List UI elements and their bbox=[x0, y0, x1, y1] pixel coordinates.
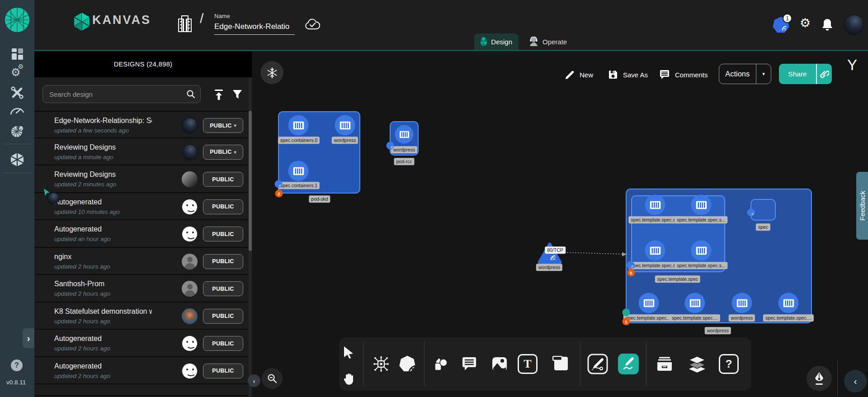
node-label: spec.containers.0 bbox=[278, 137, 320, 144]
drawer-tool[interactable] bbox=[656, 356, 674, 372]
components-chip-tool[interactable] bbox=[373, 356, 389, 372]
actions-label[interactable]: Actions bbox=[719, 64, 756, 84]
design-name-value[interactable]: Edge-Network-Relatio bbox=[214, 22, 295, 35]
design-name-field[interactable]: Name Edge-Network-Relatio bbox=[214, 13, 296, 35]
pen-nib-button[interactable] bbox=[807, 366, 832, 391]
shapes-tool[interactable] bbox=[431, 355, 448, 373]
container-node[interactable] bbox=[685, 293, 705, 313]
design-row[interactable]: Santhosh-Prom updated 2 hours ago PUBLIC bbox=[34, 275, 249, 302]
container-node[interactable] bbox=[778, 293, 799, 313]
design-row[interactable]: Edge-Network-Relationship: Service updat… bbox=[34, 111, 249, 138]
tab-design[interactable]: Design bbox=[474, 33, 519, 50]
sidebar-item-configuration[interactable] bbox=[0, 86, 34, 99]
save-as-button[interactable]: Save As bbox=[608, 65, 648, 85]
user-avatar[interactable] bbox=[844, 14, 864, 35]
container-node[interactable] bbox=[288, 115, 309, 136]
pan-hand-tool[interactable] bbox=[343, 373, 355, 385]
canvas-collapse-button[interactable]: ‹ bbox=[844, 370, 867, 392]
visibility-badge[interactable]: PUBLIC bbox=[203, 364, 243, 378]
container-node[interactable] bbox=[645, 195, 665, 215]
layer5-logo[interactable] bbox=[5, 8, 29, 32]
tab-operate[interactable]: Operate bbox=[523, 33, 580, 50]
comment-tool[interactable] bbox=[461, 356, 477, 372]
organization-icon[interactable] bbox=[177, 14, 193, 33]
freehand-draw-tool-active[interactable] bbox=[618, 354, 639, 374]
actions-split-button[interactable]: Actions ▾ bbox=[719, 64, 771, 84]
settings-gear-icon[interactable]: ⚙ bbox=[800, 17, 811, 29]
pod-badge-icon[interactable] bbox=[275, 180, 283, 188]
visibility-badge[interactable]: PUBLIC bbox=[203, 281, 243, 296]
feedback-tab[interactable]: Feedback bbox=[856, 172, 868, 240]
kanvas-logo-icon[interactable] bbox=[73, 12, 90, 31]
panel-scrollbar-thumb[interactable] bbox=[249, 111, 252, 251]
panel-scrollbar[interactable] bbox=[249, 77, 252, 397]
visibility-badge[interactable]: PUBLIC bbox=[203, 227, 243, 241]
edge-pen-tool[interactable] bbox=[587, 354, 608, 374]
design-row[interactable]: nginx updated 2 hours ago PUBLIC bbox=[34, 248, 249, 275]
sidebar-item-performance[interactable] bbox=[0, 106, 34, 116]
meshery-badge-icon[interactable] bbox=[623, 309, 630, 317]
container-node[interactable] bbox=[639, 293, 659, 313]
container-node[interactable] bbox=[645, 241, 665, 261]
visibility-badge[interactable]: PUBLIC bbox=[203, 254, 243, 269]
share-label[interactable]: Share bbox=[779, 64, 816, 84]
search-design-input[interactable] bbox=[42, 85, 201, 103]
design-row[interactable]: Autogenerated updated an hour ago PUBLIC bbox=[34, 220, 249, 248]
design-row[interactable]: Reviewing Designs updated 2 minutes ago … bbox=[34, 165, 249, 193]
design-row[interactable]: K8 Statefulset demonstration with mo upd… bbox=[34, 302, 249, 330]
actions-caret[interactable]: ▾ bbox=[756, 64, 771, 84]
visibility-badge[interactable]: PUBLIC bbox=[203, 309, 243, 324]
panel-collapse-button[interactable]: ‹ bbox=[248, 374, 260, 387]
container-node[interactable] bbox=[691, 241, 712, 261]
note-tool[interactable] bbox=[552, 356, 570, 372]
question-icon: ? bbox=[719, 354, 739, 374]
service-edge[interactable] bbox=[561, 248, 628, 258]
pod-badge-icon[interactable] bbox=[387, 142, 394, 150]
spec-node[interactable] bbox=[750, 199, 776, 221]
container-node[interactable] bbox=[691, 195, 712, 215]
kubernetes-context-count-badge: 1 bbox=[783, 14, 792, 23]
container-node[interactable] bbox=[395, 125, 414, 144]
filter-funnel-icon[interactable] bbox=[232, 89, 243, 100]
visibility-badge[interactable]: PUBLIC bbox=[203, 199, 243, 214]
sidebar-item-lifecycle[interactable]: ⚙ ⚙ bbox=[0, 67, 34, 78]
design-row[interactable]: Autogenerated updated 2 hours ago PUBLIC bbox=[34, 330, 249, 357]
container-node[interactable] bbox=[288, 161, 309, 181]
zoom-button[interactable] bbox=[262, 368, 283, 389]
sidebar-item-dashboard[interactable] bbox=[0, 48, 34, 60]
select-cursor-tool[interactable] bbox=[343, 346, 355, 359]
container-node[interactable] bbox=[335, 115, 355, 136]
visibility-badge[interactable]: PUBLIC bbox=[203, 336, 243, 351]
design-row[interactable]: Autogenerated updated 10 minutes ago PUB… bbox=[34, 193, 249, 221]
help-button[interactable]: ? bbox=[11, 359, 23, 371]
share-split-button[interactable]: Share bbox=[779, 64, 832, 84]
design-row[interactable]: Reviewing Designs updated a minute ago P… bbox=[34, 138, 249, 166]
design-row[interactable]: Autogenerated updated 2 hours ago PUBLIC bbox=[34, 357, 249, 385]
container-node[interactable] bbox=[732, 293, 752, 313]
copy-link-icon[interactable] bbox=[817, 64, 832, 84]
snapshot-snowflake-button[interactable] bbox=[260, 61, 283, 84]
text-tool[interactable]: T bbox=[518, 354, 538, 374]
notifications-bell-icon[interactable] bbox=[821, 18, 833, 32]
group-label: spec.template.spec bbox=[655, 275, 700, 283]
y-shape-icon[interactable]: Y bbox=[847, 57, 857, 74]
pod-badge-icon[interactable] bbox=[747, 209, 755, 217]
rail-expand-button[interactable]: › bbox=[23, 328, 34, 348]
layers-tool[interactable] bbox=[688, 355, 706, 373]
annotation-count-badge[interactable]: 2 bbox=[275, 190, 283, 198]
pod-badge-icon[interactable] bbox=[627, 261, 635, 269]
visibility-badge[interactable]: PUBLIC ▾ bbox=[203, 145, 243, 160]
annotation-count-badge[interactable]: 1 bbox=[623, 318, 630, 326]
kubernetes-tool[interactable] bbox=[398, 355, 416, 373]
sidebar-item-kanvas-extension[interactable] bbox=[0, 152, 34, 167]
owner-avatar bbox=[182, 336, 198, 351]
image-tool[interactable] bbox=[491, 356, 508, 372]
annotation-count-badge[interactable]: 5 bbox=[627, 269, 635, 277]
import-design-icon[interactable] bbox=[213, 89, 224, 101]
visibility-badge[interactable]: PUBLIC ▾ bbox=[203, 118, 243, 133]
sidebar-item-layer5-cloud[interactable] bbox=[0, 124, 34, 138]
comments-button[interactable]: Comments bbox=[659, 65, 708, 85]
visibility-badge[interactable]: PUBLIC bbox=[203, 172, 243, 187]
toolbar-help-tool[interactable]: ? bbox=[719, 354, 739, 374]
new-design-button[interactable]: New bbox=[565, 65, 593, 85]
